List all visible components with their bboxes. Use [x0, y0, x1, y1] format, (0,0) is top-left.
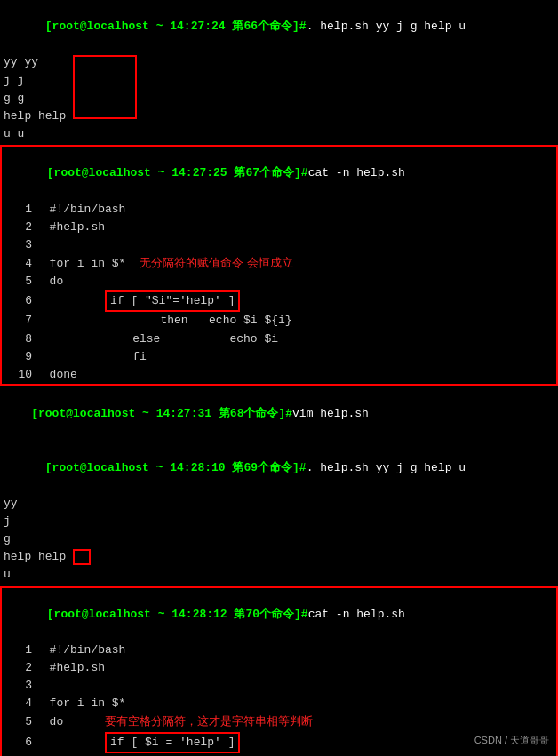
if-condition-box-1: if [ "$i"='help' ] [105, 290, 240, 312]
watermark: CSDN / 天道哥哥 [474, 734, 549, 747]
code-line-3: 3 [2, 236, 556, 254]
code-line-8: 8 else echo $i [2, 330, 556, 348]
prompt-line-67: [root@localhost ~ 14:27:25 第67个命令]#cat -… [2, 147, 556, 200]
code-line-9: 9 fi [2, 348, 556, 366]
section1: [root@localhost ~ 14:27:24 第66个命令]#. hel… [0, 0, 558, 143]
code-line-6: 6 if [ "$i"='help' ] [2, 290, 556, 312]
prompt-line-70: [root@localhost ~ 14:28:12 第70个命令]#cat -… [2, 588, 556, 641]
prompt-line-68: [root@localhost ~ 14:27:31 第68个命令]#vim h… [0, 387, 558, 441]
section2: [root@localhost ~ 14:27:25 第67个命令]#cat -… [0, 145, 558, 386]
code2-line-6: 6 if [ $i = 'help' ] [2, 732, 556, 753]
code-line-10: 10 done [2, 366, 556, 384]
prompt-line-66: [root@localhost ~ 14:27:24 第66个命令]#. hel… [0, 0, 558, 53]
red-box-1 [73, 55, 137, 119]
code2-line-4: 4 for i in $* [2, 695, 556, 712]
section4: [root@localhost ~ 14:28:10 第69个命令]#. hel… [0, 441, 558, 584]
prompt-line-69: [root@localhost ~ 14:28:10 第69个命令]#. hel… [0, 441, 558, 494]
code-line-4: 4 for i in $* 无分隔符的赋值命令 会恒成立 [2, 254, 556, 273]
if-condition-box-2: if [ $i = 'help' ] [105, 732, 240, 753]
code2-line-2: 2 #help.sh [2, 659, 556, 677]
section5: [root@localhost ~ 14:28:12 第70个命令]#cat -… [0, 586, 558, 757]
output-block-1: yy yy j j g g help help u u [0, 53, 66, 143]
code-line-1: 1 #!/bin/bash [2, 201, 556, 219]
code2-line-1: 1 #!/bin/bash [2, 641, 556, 659]
red-box-2 [73, 549, 91, 565]
code-line-2: 2 #help.sh [2, 219, 556, 236]
terminal: [root@localhost ~ 14:27:24 第66个命令]#. hel… [0, 0, 558, 756]
code-line-5: 5 do [2, 273, 556, 290]
code2-line-5: 5 do 要有空格分隔符，这才是字符串相等判断 [2, 712, 556, 731]
code2-line-3: 3 [2, 677, 556, 695]
code-line-7: 7 then echo $i ${i} [2, 312, 556, 330]
